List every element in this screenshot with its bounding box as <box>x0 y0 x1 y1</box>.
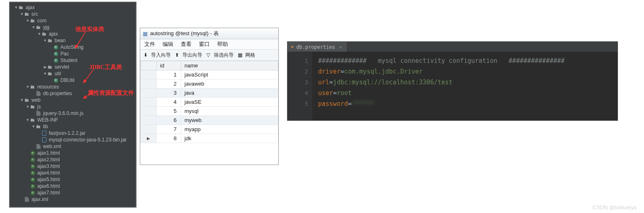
table-row[interactable]: 6myweb <box>141 116 278 125</box>
tree-item[interactable]: ▼🖿web <box>12 97 136 103</box>
table-row[interactable]: 5mysql <box>141 107 278 116</box>
db-toolbar[interactable]: ⬇导入向导⬆导出向导▽筛选向导▦网格 <box>140 50 278 61</box>
tree-item[interactable]: hajax1.html <box>12 150 136 156</box>
tree-item-label: bean <box>55 37 66 44</box>
project-tree[interactable]: ▼🖿ajax▼🖿src▼🖿com▼🖿yjg▼🖿ajax▼🖿beanCAutoSt… <box>10 2 136 204</box>
tree-item[interactable]: ▼🖿ajax <box>12 31 136 37</box>
class-icon: C <box>53 51 59 57</box>
tree-item[interactable]: hajax6.html <box>12 183 136 189</box>
tree-twisty-icon[interactable]: ▼ <box>31 123 36 130</box>
editor-tabs[interactable]: ⚑ db.properties × <box>287 42 618 52</box>
editor-code[interactable]: ############# mysql connectivity configu… <box>312 52 618 120</box>
row-indicator <box>141 125 157 134</box>
tool-icon: ⬆ <box>175 52 181 58</box>
code-line[interactable]: user=root <box>318 88 618 98</box>
code-line[interactable]: password=****** <box>318 98 618 109</box>
tree-item[interactable]: CAutoString <box>12 44 136 50</box>
tree-item[interactable]: mysql-connector-java-5.1.23-bin.jar <box>12 136 136 143</box>
tree-item[interactable]: ▼🖿com <box>12 17 136 24</box>
table-row[interactable]: ▶8jdk <box>141 134 278 143</box>
tree-item[interactable]: hajax4.html <box>12 170 136 176</box>
tree-item[interactable]: hajax5.html <box>12 176 136 183</box>
tree-twisty-icon[interactable]: ▼ <box>20 97 24 103</box>
tree-item[interactable]: hajax3.html <box>12 163 136 170</box>
folder-icon: 🖿 <box>36 24 41 30</box>
tree-item-label: Student <box>60 57 77 64</box>
tree-item[interactable]: ▼🖿resources <box>12 84 136 90</box>
db-column-header[interactable]: id <box>157 61 181 70</box>
tree-item-label: ajax2.html <box>37 156 60 163</box>
tree-item-label: AutoString <box>60 44 84 50</box>
code-line[interactable]: url=jdbc:mysql://localhost:3306/test <box>318 77 618 88</box>
folder-icon: 🖿 <box>47 71 53 77</box>
tree-item[interactable]: ajax.iml <box>12 196 136 203</box>
tree-item[interactable]: ▼🖿js <box>12 103 136 110</box>
tree-item[interactable]: CDBUtil <box>12 77 136 84</box>
code-line[interactable]: ############# mysql connectivity configu… <box>318 55 618 66</box>
table-row[interactable]: 7myapp <box>141 125 278 134</box>
tree-item[interactable]: ▼🖿yjg <box>12 24 136 31</box>
tree-item[interactable]: ▼🖿WEB-INF <box>12 117 136 123</box>
tree-item[interactable]: CPac <box>12 50 136 57</box>
db-tool-button[interactable]: ▦网格 <box>238 52 255 59</box>
tree-item[interactable]: ▼🖿lib <box>12 123 136 130</box>
db-column-header[interactable]: name <box>181 61 278 70</box>
tree-item[interactable]: web.xml <box>12 143 136 150</box>
code-line[interactable]: driver=com.mysql.jdbc.Driver <box>318 66 618 77</box>
tree-twisty-icon[interactable]: ▼ <box>43 70 47 77</box>
file-icon <box>24 196 30 202</box>
table-icon: ▦ <box>143 31 148 37</box>
close-icon[interactable]: × <box>339 45 342 50</box>
tree-twisty-icon[interactable]: ▼ <box>20 11 24 17</box>
db-table-window: ▦ autostring @test (mysql) - 表 文件编辑查看窗口帮… <box>140 28 279 165</box>
db-menu-item[interactable]: 查看 <box>181 41 192 48</box>
tree-item[interactable]: ▼🖿src <box>12 11 136 17</box>
class-icon: C <box>53 77 59 83</box>
table-row[interactable]: 4javaSE <box>141 98 278 107</box>
tree-twisty-icon[interactable]: ▼ <box>26 84 30 90</box>
tree-item[interactable]: fastjson-1.2.2.jar <box>12 130 136 136</box>
tree-item[interactable]: ▶🖿servlet <box>12 64 136 70</box>
db-tool-button[interactable]: ⬇导入向导 <box>144 52 171 59</box>
tree-item[interactable]: ▼🖿bean <box>12 37 136 44</box>
tree-twisty-icon[interactable]: ▼ <box>43 37 47 44</box>
tree-item[interactable]: hajax7.html <box>12 189 136 196</box>
html-icon: h <box>30 183 36 189</box>
tree-item[interactable]: db.properties <box>12 90 136 97</box>
tree-item[interactable]: hajax2.html <box>12 156 136 163</box>
db-tool-button[interactable]: ▽筛选向导 <box>206 52 234 59</box>
folder-icon: 🖿 <box>47 38 53 43</box>
tree-twisty-icon[interactable]: ▼ <box>26 103 30 110</box>
tree-twisty-icon[interactable]: ▼ <box>14 4 18 11</box>
db-menu-item[interactable]: 窗口 <box>199 41 210 48</box>
folder-icon: 🖿 <box>30 84 36 90</box>
db-tool-button[interactable]: ⬆导出向导 <box>175 52 202 59</box>
tree-item[interactable]: ▼🖿util <box>12 70 136 77</box>
db-menu-item[interactable]: 帮助 <box>217 41 228 48</box>
db-menu-item[interactable]: 文件 <box>144 41 155 48</box>
tool-icon: ⬇ <box>144 52 149 58</box>
editor-gutter: 12345 <box>287 52 312 120</box>
folder-icon: 🖿 <box>24 97 30 103</box>
html-icon: h <box>30 177 36 182</box>
tree-twisty-icon[interactable]: ▶ <box>43 64 47 70</box>
tree-item[interactable]: jquery-3.6.0.min.js <box>12 110 136 117</box>
tree-item[interactable]: CStudent <box>12 57 136 64</box>
tool-icon: ▦ <box>238 52 244 58</box>
tree-item[interactable]: ▼🖿ajax <box>12 4 136 11</box>
row-indicator <box>141 116 157 125</box>
cell-id: 7 <box>157 125 181 134</box>
db-menubar[interactable]: 文件编辑查看窗口帮助 <box>140 39 278 50</box>
tree-twisty-icon[interactable]: ▼ <box>26 17 30 24</box>
table-row[interactable]: 1javaScript <box>141 70 278 79</box>
line-number: 5 <box>287 98 308 109</box>
db-grid[interactable]: idname 1javaScript2javaweb3java4javaSE5m… <box>140 61 278 143</box>
table-row[interactable]: 2javaweb <box>141 79 278 89</box>
tree-twisty-icon[interactable]: ▼ <box>37 31 41 37</box>
editor-tab-dbproperties[interactable]: ⚑ db.properties × <box>287 42 347 52</box>
table-row[interactable]: 3java <box>141 89 278 98</box>
tree-twisty-icon[interactable]: ▼ <box>31 24 36 31</box>
line-number: 3 <box>287 77 308 88</box>
db-menu-item[interactable]: 编辑 <box>163 41 173 48</box>
tree-twisty-icon[interactable]: ▼ <box>26 117 30 123</box>
